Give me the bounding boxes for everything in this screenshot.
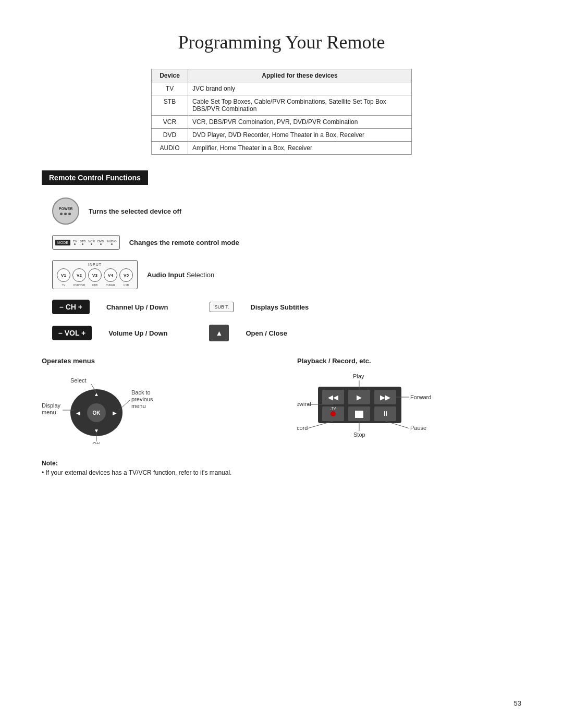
table-cell-applied: Cable Set Top Boxes, Cable/PVR Combinati… xyxy=(188,95,412,116)
ch-icon: – CH + xyxy=(52,300,90,314)
input-sublabel: USB xyxy=(119,283,133,287)
table-cell-device: VCR xyxy=(152,116,188,129)
svg-text:▼: ▼ xyxy=(94,428,99,434)
svg-text:Select: Select xyxy=(70,377,87,384)
svg-text:◀◀: ◀◀ xyxy=(328,393,338,401)
mode-items: TV STB VCR DVD AUDIO xyxy=(73,240,117,245)
svg-text:Rewind: Rewind xyxy=(297,401,311,407)
dpad-diagram: OK ▲ ▼ ◀ ▶ Select Display menu O xyxy=(42,371,156,444)
svg-text:Stop: Stop xyxy=(353,431,365,438)
svg-text:menu: menu xyxy=(131,403,146,409)
page-number: 53 xyxy=(514,699,521,707)
mode-vcr: VCR xyxy=(88,240,95,245)
input-btn-v2: V2 xyxy=(72,268,86,282)
svg-text:OK: OK xyxy=(93,410,101,416)
table-cell-device: DVD xyxy=(152,129,188,142)
input-icon: INPUT V1V2V3V4V5 TVDVD/DVRCBBTUNERUSB xyxy=(52,260,138,289)
input-btn-v1: V1 xyxy=(57,268,70,282)
mode-icon: MODE TV STB VCR DVD AUDIO xyxy=(52,235,120,250)
function-row-mode: MODE TV STB VCR DVD AUDIO Changes the re… xyxy=(52,235,521,250)
ch-item: – CH + Channel Up / Down xyxy=(52,300,168,314)
input-btn-v4: V4 xyxy=(104,268,117,282)
input-btn-v5: V5 xyxy=(119,268,133,282)
table-header-applied: Applied for these devices xyxy=(188,69,412,82)
open-item: ▲ Open / Close xyxy=(209,325,287,341)
function-row-power: POWER Turns the selected device off xyxy=(52,198,521,225)
operates-menus: Operates menus OK ▲ ▼ ◀ ▶ S xyxy=(42,357,266,444)
power-dot xyxy=(64,213,67,215)
subt-icon: SUB T. xyxy=(210,302,234,312)
svg-text:⏸: ⏸ xyxy=(382,410,389,417)
mode-description: Changes the remote control mode xyxy=(129,239,239,246)
table-row: AUDIOAmplifier, Home Theater in a Box, R… xyxy=(152,142,412,155)
note-section: Note: • If your external devices has a T… xyxy=(42,460,521,476)
input-sublabel: CBB xyxy=(88,283,102,287)
svg-text:.TV: .TV xyxy=(331,406,336,410)
playback-svg: ◀◀ ▶ ▶▶ .TV xyxy=(297,371,454,449)
svg-text:Back to: Back to xyxy=(131,389,151,396)
mode-dvd: DVD xyxy=(97,240,104,245)
svg-text:◀: ◀ xyxy=(76,410,80,416)
table-row: TVJVC brand only xyxy=(152,82,412,95)
table-cell-applied: JVC brand only xyxy=(188,82,412,95)
ch-description: Channel Up / Down xyxy=(106,303,168,311)
svg-text:▶: ▶ xyxy=(113,410,117,416)
playback-diagram: ◀◀ ▶ ▶▶ .TV xyxy=(297,371,454,444)
svg-text:OK: OK xyxy=(92,441,101,444)
page: Programming Your Remote Device Applied f… xyxy=(0,0,563,728)
table-cell-applied: DVD Player, DVD Recorder, Home Theater i… xyxy=(188,129,412,142)
menus-section: Operates menus OK ▲ ▼ ◀ ▶ S xyxy=(42,357,521,444)
input-sublabel: DVD/DVR xyxy=(72,283,86,287)
ch-subt-row: – CH + Channel Up / Down SUB T. Displays… xyxy=(52,300,521,314)
vol-open-row: – VOL + Volume Up / Down ▲ Open / Close xyxy=(52,325,521,341)
power-label: POWER xyxy=(59,207,72,211)
table-cell-applied: Amplifier, Home Theater in a Box, Receiv… xyxy=(188,142,412,155)
page-title: Programming Your Remote xyxy=(42,31,521,53)
power-icon: POWER xyxy=(52,198,79,225)
svg-text:menu: menu xyxy=(42,409,56,415)
input-sublabels: TVDVD/DVRCBBTUNERUSB xyxy=(57,283,133,287)
svg-text:▲: ▲ xyxy=(94,391,99,397)
table-cell-applied: VCR, DBS/PVR Combination, PVR, DVD/PVR C… xyxy=(188,116,412,129)
table-header-device: Device xyxy=(152,69,188,82)
table-row: DVDDVD Player, DVD Recorder, Home Theate… xyxy=(152,129,412,142)
dpad-svg: OK ▲ ▼ ◀ ▶ Select Display menu O xyxy=(42,371,156,444)
table-cell-device: TV xyxy=(152,82,188,95)
svg-text:▶▶: ▶▶ xyxy=(380,393,390,401)
power-description: Turns the selected device off xyxy=(89,207,181,215)
mode-box-label: MODE xyxy=(55,240,70,245)
mode-audio: AUDIO xyxy=(107,240,117,245)
playback-title: Playback / Record, etc. xyxy=(297,357,521,365)
eject-icon: ▲ xyxy=(209,325,229,341)
subt-item: SUB T. Displays Subtitles xyxy=(210,300,309,314)
operates-menus-title: Operates menus xyxy=(42,357,266,365)
section-header: Remote Control Functions xyxy=(42,170,148,185)
note-title: Note: xyxy=(42,460,521,467)
playback-section: Playback / Record, etc. ◀◀ ▶ xyxy=(297,357,521,444)
table-cell-device: AUDIO xyxy=(152,142,188,155)
table-row: VCRVCR, DBS/PVR Combination, PVR, DVD/PV… xyxy=(152,116,412,129)
subt-description: Displays Subtitles xyxy=(250,303,309,311)
functions-area: POWER Turns the selected device off MODE… xyxy=(42,198,521,341)
mode-tv: TV xyxy=(73,240,77,245)
input-buttons: V1V2V3V4V5 xyxy=(57,268,133,282)
vol-description: Volume Up / Down xyxy=(108,329,167,337)
svg-text:Display: Display xyxy=(42,402,61,409)
input-sublabel: TV xyxy=(57,283,70,287)
svg-rect-29 xyxy=(355,411,363,418)
device-table: Device Applied for these devices TVJVC b… xyxy=(151,69,412,155)
input-btn-v3: V3 xyxy=(88,268,102,282)
function-row-input: INPUT V1V2V3V4V5 TVDVD/DVRCBBTUNERUSB Au… xyxy=(52,260,521,289)
svg-text:Forward: Forward xyxy=(410,394,431,400)
svg-text:previous: previous xyxy=(131,396,153,402)
input-description: Audio Input Selection xyxy=(147,271,214,279)
power-dot xyxy=(60,213,63,215)
vol-item: – VOL + Volume Up / Down xyxy=(52,325,167,341)
mode-stb: STB xyxy=(80,240,86,245)
svg-text:Play: Play xyxy=(353,373,364,379)
svg-text:▶: ▶ xyxy=(357,393,362,401)
power-dot xyxy=(68,213,71,215)
table-row: STBCable Set Top Boxes, Cable/PVR Combin… xyxy=(152,95,412,116)
svg-text:Record: Record xyxy=(297,425,308,431)
input-sublabel: TUNER xyxy=(104,283,117,287)
